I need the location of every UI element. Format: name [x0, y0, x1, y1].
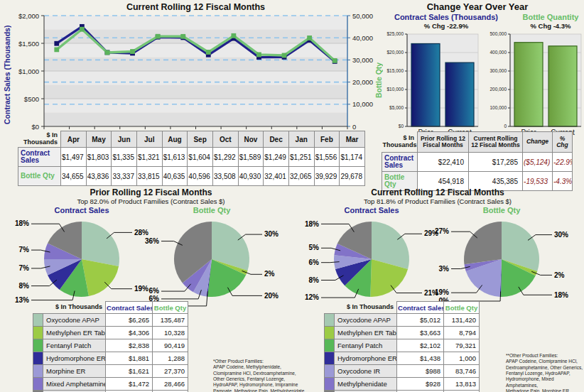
value-cell: $1,497 [61, 148, 87, 167]
product-name: Methylphen ER Tabs [335, 327, 397, 339]
svg-text:$0: $0 [399, 124, 404, 129]
sales-value: $2,838 [106, 339, 153, 352]
value-cell: 32,065 [288, 167, 314, 186]
color-swatch [33, 339, 43, 352]
product-row: Fentanyl Patch$2,83890,419 [33, 339, 188, 352]
value-cell: 40,930 [238, 167, 264, 186]
contract-sales-header: Contract Sales [106, 302, 153, 314]
product-row: Hydromorphone ER$1,8811,288 [33, 352, 188, 365]
bottle-qty-header: Bottle Qty [444, 302, 480, 314]
yoy-title: Change Year Over Year [382, 1, 573, 12]
qty-value: 28,466 [153, 378, 188, 391]
svg-text:18%: 18% [305, 220, 319, 228]
qty-value: 135,487 [153, 314, 188, 327]
svg-text:$25,000: $25,000 [387, 31, 404, 36]
month-header: Mar [340, 131, 365, 148]
color-swatch [325, 378, 335, 391]
table-corner-label: $ In Thousands [33, 302, 106, 314]
prior-bar [514, 43, 543, 126]
svg-text:8%: 8% [19, 282, 30, 290]
month-header: Jun [112, 131, 137, 148]
product-row: Morphine ER$1,62127,370 [33, 365, 188, 378]
value-cell: $1,321 [136, 148, 162, 167]
months-table: $ In ThousandsAprMayJunJulAugSepOctNovDe… [18, 131, 365, 186]
value-cell: ($5,124) [523, 153, 553, 172]
product-name: Hydromorphone ER [335, 352, 397, 365]
sales-value: $1,472 [106, 378, 153, 391]
svg-text:300,000: 300,000 [490, 68, 507, 73]
product-name: Oxycodone APAP [43, 314, 106, 327]
svg-text:$10,000: $10,000 [387, 87, 404, 92]
svg-text:$0: $0 [31, 123, 39, 131]
prior-footnote: *Other Product Families: APAP Codeine, M… [213, 359, 307, 392]
current-footnote: **Other Product Families: APAP Codeine, … [506, 353, 584, 392]
sales-value: $3,663 [397, 327, 444, 339]
rolling12-line-chart: $0$500$1,000$1,500$2,000010,00020,00030,… [0, 0, 384, 136]
color-swatch [33, 314, 43, 327]
yoy-qty-bar-chart: 0100,000200,000300,000400,000500,000Prio… [485, 28, 584, 138]
value-cell: 33,337 [112, 167, 137, 186]
table-corner-label: $ In Thousands [382, 132, 418, 153]
product-name: Morphine ER [43, 365, 106, 378]
svg-text:12%: 12% [305, 293, 319, 301]
svg-text:0: 0 [504, 124, 507, 129]
table-corner-label: $ In Thousands [325, 302, 397, 314]
table-row: Bottle Qty34,65543,83633,33733,81540,635… [18, 167, 365, 186]
current-section-subtitle: Top 81.8% of Product Families (Contract … [291, 197, 584, 205]
svg-text:200,000: 200,000 [490, 87, 507, 92]
month-header: Oct [212, 131, 238, 148]
svg-text:$15,000: $15,000 [387, 68, 404, 73]
sales-value: $1,621 [106, 365, 153, 378]
sales-value: $1,881 [106, 352, 153, 365]
svg-text:$2,000: $2,000 [18, 12, 39, 20]
svg-text:19%: 19% [435, 288, 449, 296]
yoy-table: $ In ThousandsPrior Rolling 12 Fiscal Mo… [382, 131, 573, 191]
product-name: Oxycodone IR [335, 365, 397, 378]
qty-value: 13,813 [444, 378, 480, 391]
prior-product-table: $ In ThousandsContract SalesBottle QtyOx… [33, 301, 188, 392]
month-header: Apr [61, 131, 87, 148]
product-name: Hydromorphone ER [43, 352, 106, 365]
product-header-row: $ In ThousandsContract SalesBottle Qty [33, 302, 188, 314]
value-cell: $1,174 [340, 148, 365, 167]
value-cell: 40,635 [162, 167, 188, 186]
value-cell: 34,655 [61, 167, 87, 186]
column-header: Change [523, 132, 553, 153]
value-cell: $1,803 [86, 148, 112, 167]
qty-value: 83,746 [444, 365, 480, 378]
svg-text:100,000: 100,000 [490, 105, 507, 110]
product-row: Methylphen ER Tabs$4,30610,328 [33, 327, 188, 339]
pie-slice [82, 222, 119, 266]
qty-value: 10,328 [153, 327, 188, 339]
prior-bar [411, 43, 440, 126]
svg-text:5%: 5% [309, 244, 320, 251]
svg-text:$500: $500 [24, 95, 39, 103]
product-name: Oxycodone APAP [335, 314, 397, 327]
svg-text:10,000: 10,000 [352, 100, 373, 108]
value-cell: $1,556 [314, 148, 340, 167]
column-header: Current Rolling 12 Fiscal Months [469, 132, 523, 153]
month-header: May [86, 131, 112, 148]
prior-qty-pie: 30%2%20%0%6%6%36% [144, 214, 279, 312]
sales-value: $1,438 [397, 352, 444, 365]
svg-text:13%: 13% [15, 296, 29, 304]
value-cell: $1,604 [188, 148, 213, 167]
prior-sales-pie: 28%19%13%8%7%7%18% [14, 214, 149, 312]
month-header: Dec [264, 131, 289, 148]
month-header: Jan [288, 131, 314, 148]
qty-value: 27,370 [153, 365, 188, 378]
svg-text:2%: 2% [264, 270, 275, 278]
svg-text:18%: 18% [554, 291, 568, 299]
color-swatch [33, 352, 43, 365]
value-cell: 39,929 [314, 167, 340, 186]
color-swatch [325, 352, 335, 365]
product-header-row: $ In ThousandsContract SalesBottle Qty [325, 302, 480, 314]
table-row: Contract Sales$22,410$17,285($5,124)-22.… [382, 153, 573, 172]
prior-section-subtitle: Top 82.0% of Product Families (Contract … [0, 197, 302, 205]
svg-text:20,000: 20,000 [352, 78, 373, 86]
svg-text:6%: 6% [309, 258, 320, 266]
value-cell: 32,401 [264, 167, 289, 186]
value-cell: $1,613 [162, 148, 188, 167]
product-name: Mixed Amphetamines [43, 378, 106, 391]
qty-value: 79,321 [444, 339, 480, 352]
